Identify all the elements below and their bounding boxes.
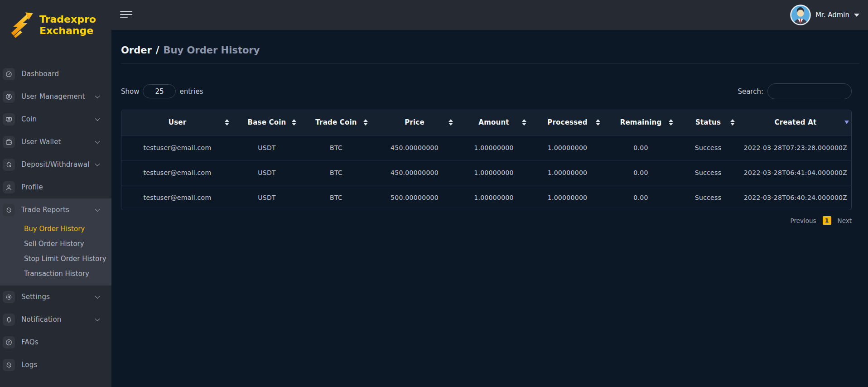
sidebar-item-label: Dashboard [21, 70, 59, 78]
column-label: Amount [478, 118, 509, 126]
column-header-amount[interactable]: Amount [457, 110, 530, 135]
sidebar-subitem-transaction-history[interactable]: Transaction History [0, 266, 111, 281]
page-size-select[interactable] [143, 84, 176, 98]
search-control: Search: [738, 83, 852, 99]
page-size-control: Show entries [121, 84, 203, 98]
pagination-page-1[interactable]: 1 [823, 216, 831, 225]
column-header-base-coin[interactable]: Base Coin [233, 110, 300, 135]
column-header-created-at[interactable]: Created At [739, 110, 852, 135]
menu-toggle-icon[interactable] [120, 11, 132, 18]
column-header-trade-coin[interactable]: Trade Coin [300, 110, 372, 135]
sidebar-item-logs[interactable]: Logs [0, 353, 111, 376]
sidebar: Tradexpro Exchange Dashboard User Manage… [0, 0, 111, 387]
pagination-next[interactable]: Next [838, 217, 852, 224]
table-cell: BTC [300, 160, 372, 185]
chevron-down-icon [95, 316, 100, 321]
chevron-down-icon [95, 116, 100, 121]
sort-icon [292, 119, 296, 126]
sidebar-item-user-wallet[interactable]: User Wallet [0, 131, 111, 153]
table-cell: 1.00000000 [457, 135, 530, 160]
chevron-down-icon [95, 139, 100, 144]
show-label: Show [121, 87, 139, 96]
breadcrumb-section: Order [121, 45, 152, 56]
column-label: Status [695, 118, 721, 126]
sidebar-group-dashboard: Dashboard [0, 63, 111, 85]
sidebar-item-profile[interactable]: Profile [0, 176, 111, 198]
pagination-previous[interactable]: Previous [790, 217, 816, 224]
sidebar-group-faqs: ? FAQs [0, 331, 111, 353]
sidebar-item-label: User Wallet [21, 138, 61, 146]
table-cell: testuser@email.com [121, 160, 233, 185]
sort-icon [363, 119, 368, 126]
sort-icon [522, 119, 526, 126]
table-cell: 0.00 [604, 185, 677, 210]
sort-icon [596, 119, 600, 126]
settings-icon [3, 291, 15, 303]
table-cell: 500.00000000 [372, 185, 457, 210]
chevron-down-icon [95, 93, 100, 98]
column-label: Processed [547, 118, 587, 126]
table-row: testuser@email.comUSDTBTC450.000000001.0… [121, 160, 852, 185]
sidebar-item-notification[interactable]: Notification [0, 308, 111, 331]
sidebar-item-trade-reports[interactable]: Trade Reports [0, 198, 111, 221]
reports-icon [3, 204, 15, 216]
table-cell: 1.00000000 [530, 185, 604, 210]
sidebar-item-label: Settings [21, 293, 50, 301]
brand-logo[interactable]: Tradexpro Exchange [0, 0, 111, 39]
sort-icon [669, 119, 673, 126]
table-cell: Success [677, 185, 739, 210]
sidebar-item-label: Profile [21, 183, 43, 191]
sidebar-item-dashboard[interactable]: Dashboard [0, 63, 111, 85]
sidebar-item-deposit-withdrawal[interactable]: Deposit/Withdrawal [0, 153, 111, 176]
sidebar-item-label: Logs [21, 361, 37, 369]
column-header-user[interactable]: User [121, 110, 233, 135]
table-cell: testuser@email.com [121, 135, 233, 160]
column-header-processed[interactable]: Processed [530, 110, 604, 135]
sidebar-item-label: FAQs [21, 338, 39, 346]
sidebar-item-label: Notification [21, 315, 61, 324]
sidebar-item-settings[interactable]: Settings [0, 285, 111, 308]
table-cell: USDT [233, 135, 300, 160]
column-header-remaining[interactable]: Remaining [604, 110, 677, 135]
sidebar-item-coin[interactable]: Coin [0, 108, 111, 131]
sidebar-item-user-management[interactable]: User Management [0, 85, 111, 108]
sidebar-subitem-buy-order-history[interactable]: Buy Order History [0, 221, 111, 236]
bell-icon [3, 314, 15, 326]
table-cell: BTC [300, 185, 372, 210]
sidebar-group-deposit-withdrawal: Deposit/Withdrawal [0, 153, 111, 176]
column-label: Trade Coin [315, 118, 357, 126]
chevron-down-icon [95, 161, 100, 166]
brand-name: Tradexpro Exchange [39, 14, 96, 36]
sidebar-item-label: Coin [21, 115, 37, 123]
table-row: testuser@email.comUSDTBTC500.000000001.0… [121, 185, 852, 210]
table-cell: USDT [233, 160, 300, 185]
topbar: Mr. Admin [111, 0, 868, 30]
sidebar-group-logs: Logs [0, 353, 111, 376]
search-input[interactable] [767, 83, 852, 99]
sidebar-group-settings: Settings [0, 285, 111, 308]
sidebar-item-faqs[interactable]: ? FAQs [0, 331, 111, 353]
sidebar-subitem-sell-order-history[interactable]: Sell Order History [0, 236, 111, 251]
column-label: Base Coin [248, 118, 286, 126]
breadcrumb-page: Buy Order History [164, 45, 260, 56]
table-cell: 450.00000000 [372, 135, 457, 160]
table-cell: USDT [233, 185, 300, 210]
column-label: Created At [775, 118, 817, 126]
sort-desc-icon [844, 121, 849, 124]
user-name: Mr. Admin [815, 11, 849, 19]
sort-icon [448, 119, 453, 126]
table-cell: 2022-03-28T07:23:28.000000Z [739, 135, 852, 160]
sort-icon [225, 119, 229, 126]
entries-label: entries [179, 87, 203, 96]
sidebar-group-profile: Profile [0, 176, 111, 198]
divider [121, 63, 859, 63]
column-header-price[interactable]: Price [372, 110, 457, 135]
column-header-status[interactable]: Status [677, 110, 739, 135]
breadcrumb-separator: / [156, 45, 159, 56]
logs-icon [3, 359, 15, 371]
sidebar-group-trade-reports: Trade Reports Buy Order HistorySell Orde… [0, 198, 111, 285]
exchange-icon [3, 159, 15, 171]
orders-table: UserBase CoinTrade CoinPriceAmountProces… [121, 110, 852, 210]
user-menu[interactable]: Mr. Admin [790, 0, 859, 30]
sidebar-subitem-stop-limit-order-history[interactable]: Stop Limit Order History [0, 251, 111, 266]
